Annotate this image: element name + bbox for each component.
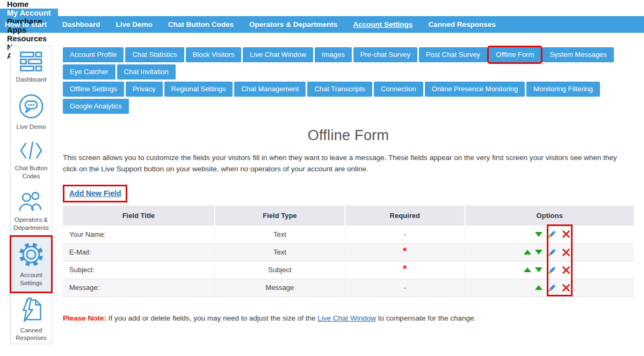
sidebar-item-label: Operators & Departments [12, 216, 50, 232]
delete-x-icon[interactable] [562, 230, 570, 238]
main-content: Account ProfileChat StatisticsBlock Visi… [63, 33, 634, 322]
move-up-icon[interactable] [524, 250, 531, 255]
sidebar-item[interactable]: Chat Button Codes [11, 136, 51, 185]
settings-tab[interactable]: Post Chat Survey [419, 47, 487, 62]
settings-tab-label: Images [322, 50, 345, 59]
settings-tab-label: Regional Settings [171, 85, 226, 93]
settings-tab[interactable]: Connection [374, 82, 423, 97]
settings-tab[interactable]: Images [315, 47, 352, 62]
column-header-field-title: Field Title [63, 206, 215, 226]
page-description: This screen allows you to customize the … [63, 152, 623, 175]
delete-x-icon[interactable] [562, 248, 570, 257]
table-row: Subject: Subject * [63, 261, 634, 279]
lightning-page-icon [19, 297, 43, 323]
options-cell [465, 226, 634, 243]
settings-tab[interactable]: Chat Statistics [125, 47, 184, 62]
settings-tab-label: Privacy [133, 85, 156, 93]
edit-pencil-icon[interactable] [548, 248, 556, 257]
move-up-icon[interactable] [535, 285, 542, 290]
secondary-nav-item-label: Chat Button Codes [168, 20, 234, 28]
sidebar-item[interactable]: Operators & Departments [11, 185, 51, 236]
live-chat-window-link[interactable]: Live Chat Window [317, 314, 376, 322]
settings-tab[interactable]: Block Visitors [186, 47, 242, 62]
settings-tab[interactable]: Eye Catcher [63, 64, 115, 79]
settings-tab[interactable]: Google Analytics [63, 99, 129, 114]
secondary-nav-item[interactable]: Operators & Departments [249, 20, 337, 28]
settings-tab-label: Chat Management [241, 85, 299, 93]
settings-tab[interactable]: System Messages [542, 47, 613, 62]
settings-tab[interactable]: Online Presence Monitoring [425, 82, 525, 97]
settings-tab[interactable]: Regional Settings [164, 82, 233, 97]
primary-nav-item[interactable]: My Account [0, 9, 58, 17]
move-down-icon[interactable] [535, 267, 542, 272]
column-header-options: Options [465, 206, 634, 226]
sidebar: Dashboard Live Demo Chat Button Codes Op… [10, 46, 52, 344]
primary-nav-item[interactable]: Home [0, 0, 58, 9]
secondary-nav-item[interactable]: Dashboard [62, 20, 100, 28]
sidebar-item[interactable]: Live Demo [11, 89, 51, 135]
gear-icon [18, 242, 44, 267]
sidebar-item[interactable]: Canned Responses [11, 292, 51, 347]
delete-x-icon[interactable] [562, 284, 570, 292]
settings-tab-label: Chat Statistics [132, 50, 177, 59]
please-note: Please Note: If you add or delete fields… [63, 314, 634, 322]
settings-tab[interactable]: Account Profile [63, 47, 124, 62]
settings-tab[interactable]: Live Chat Window [243, 47, 313, 62]
settings-tab[interactable]: Chat Transcripts [307, 82, 372, 97]
sidebar-item-label: Live Demo [17, 123, 46, 131]
page-title: Offline Form [63, 127, 634, 144]
edit-pencil-icon[interactable] [548, 266, 556, 274]
options-cell [465, 279, 634, 296]
move-down-icon[interactable] [535, 250, 542, 255]
secondary-nav-item[interactable]: Chat Button Codes [168, 20, 234, 28]
edit-pencil-icon[interactable] [548, 230, 556, 238]
settings-tab[interactable]: Privacy [126, 82, 163, 97]
secondary-nav-item-label: How to start [5, 20, 47, 28]
delete-x-icon[interactable] [562, 266, 570, 274]
settings-tab-label: Connection [381, 85, 416, 93]
secondary-nav-item[interactable]: Canned Responses [428, 20, 495, 28]
secondary-nav-item-label: Dashboard [62, 20, 100, 28]
settings-tab[interactable]: Monitoring Filtering [526, 82, 600, 97]
required-value: * [403, 245, 407, 257]
please-note-label: Please Note: [63, 314, 106, 322]
move-down-icon[interactable] [535, 232, 542, 237]
field-type-cell: Text [215, 226, 345, 243]
settings-tab-label: Pre-chat Survey [360, 50, 410, 59]
settings-tab[interactable]: Pre-chat Survey [353, 47, 417, 62]
settings-tab-label: Block Visitors [193, 50, 235, 59]
settings-tab-label: System Messages [549, 50, 606, 59]
annotation-box-add-new-field: Add New Field [63, 185, 127, 202]
sidebar-item-label: Dashboard [16, 76, 46, 84]
settings-tab-label: Live Chat Window [250, 50, 306, 59]
secondary-nav-item[interactable]: Live Demo [116, 20, 153, 28]
primary-nav: HomeMy AccountPurchaseAppsResourcesNewsA… [0, 0, 644, 16]
settings-tab-label: Offline Form [496, 50, 534, 59]
settings-tab[interactable]: Chat Management [234, 82, 306, 97]
add-new-field-link[interactable]: Add New Field [69, 189, 121, 198]
sidebar-item[interactable]: Account Settings [11, 237, 51, 292]
move-up-icon[interactable] [524, 267, 531, 272]
options-cell [465, 243, 634, 261]
field-title-cell: Subject: [63, 261, 215, 279]
sidebar-item[interactable]: Dashboard [11, 47, 51, 88]
required-cell: * [345, 261, 465, 279]
field-type-cell: Text [215, 243, 345, 261]
fields-table: Field Title Field Type Required Options … [63, 206, 634, 297]
settings-tab-label: Online Presence Monitoring [432, 85, 518, 93]
field-type-cell: Message [215, 279, 345, 296]
secondary-nav-item[interactable]: Account Settings [353, 20, 413, 28]
required-value: - [404, 284, 406, 292]
settings-tab[interactable]: Offline Form [489, 47, 541, 62]
settings-tab-label: Chat Invitation [124, 68, 169, 76]
field-title-cell: Your Name: [63, 226, 215, 243]
settings-tab[interactable]: Chat Invitation [117, 64, 176, 79]
secondary-nav-item[interactable]: How to start [5, 20, 47, 28]
table-header-row: Field Title Field Type Required Options [63, 206, 634, 226]
field-title-cell: Message: [63, 279, 215, 296]
settings-tab[interactable]: Offline Settings [63, 82, 124, 97]
settings-tab-label: Offline Settings [70, 85, 117, 93]
table-row: Message: Message - [63, 279, 634, 296]
settings-tab-label: Google Analytics [70, 102, 122, 110]
edit-pencil-icon[interactable] [548, 284, 556, 292]
